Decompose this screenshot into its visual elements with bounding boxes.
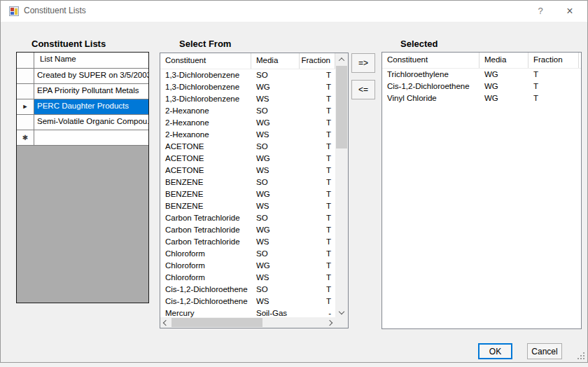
list-item[interactable]: Carbon TetrachlorideSOT [160, 212, 335, 224]
resize-grip[interactable] [576, 351, 585, 360]
new-row-cell[interactable] [34, 130, 148, 145]
cell: Chloroform [160, 260, 251, 272]
cell: SO [251, 248, 300, 260]
list-name-cell[interactable]: EPA Priority Pollutant Metals [34, 84, 148, 99]
cell: T [300, 248, 335, 260]
current-row-marker-icon[interactable]: ► [17, 99, 34, 114]
list-item[interactable]: BENZENEWST [160, 200, 335, 212]
cell: T [528, 92, 579, 104]
list-item[interactable]: TrichloroethyleneWGT [382, 69, 581, 81]
cell: T [300, 141, 335, 153]
cell: Mercury [160, 307, 251, 317]
column-header-fraction[interactable]: Fraction [528, 53, 579, 68]
scroll-left-icon[interactable] [160, 317, 172, 328]
cell: WG [251, 81, 300, 93]
grid-row[interactable]: Semi-Volatile Organic Compou... [17, 115, 148, 130]
list-item[interactable]: Cis-1,2-DichloroetheneWGT [382, 81, 581, 92]
list-item[interactable]: Carbon TetrachlorideWST [160, 236, 335, 248]
column-header-fraction[interactable]: Fraction [300, 53, 335, 69]
listview-header: Constituent Media Fraction [160, 53, 335, 69]
listview-rows: 1,3-DichlorobenzeneSOT1,3-Dichlorobenzen… [160, 69, 335, 317]
cell: WG [479, 92, 528, 104]
list-item[interactable]: Carbon TetrachlorideWGT [160, 224, 335, 236]
list-name-cell[interactable]: PERC Daughter Products [34, 99, 148, 114]
scroll-right-icon[interactable] [324, 317, 335, 328]
cell: Cis-1,2-Dichloroethene [382, 81, 479, 92]
cell: T [300, 188, 335, 200]
move-to-available-button[interactable]: <= [351, 80, 375, 99]
cell: Chloroform [160, 248, 251, 260]
grid-row[interactable]: Created by SUPER on 3/5/2003 [17, 69, 148, 84]
list-item[interactable]: 1,3-DichlorobenzeneWGT [160, 81, 335, 93]
cell: T [300, 236, 335, 248]
constituent-lists-dialog: Constituent Lists ? × Constituent Lists … [0, 0, 588, 363]
vertical-scroll-thumb[interactable] [336, 66, 347, 148]
cell: T [300, 224, 335, 236]
horizontal-scroll-thumb[interactable] [172, 318, 262, 327]
ok-button[interactable]: OK [478, 343, 512, 359]
cell: Vinyl Chloride [382, 92, 479, 104]
scroll-down-icon[interactable] [335, 305, 348, 317]
cell: T [300, 129, 335, 141]
scroll-up-icon[interactable] [335, 53, 348, 65]
grid-new-row[interactable]: ✱ [17, 130, 148, 146]
title-bar[interactable]: Constituent Lists ? × [1, 1, 587, 22]
list-item[interactable]: ChloroformSOT [160, 248, 335, 260]
cell: T [300, 200, 335, 212]
cell: 1,3-Dichlorobenzene [160, 69, 251, 81]
list-item[interactable]: 1,3-DichlorobenzeneWST [160, 93, 335, 105]
horizontal-scrollbar[interactable] [160, 317, 335, 328]
cell: Chloroform [160, 272, 251, 284]
cell: T [300, 117, 335, 129]
grid-row[interactable]: EPA Priority Pollutant Metals [17, 84, 148, 99]
cell: Cis-1,2-Dichloroethene [160, 296, 251, 307]
move-to-selected-button[interactable]: => [351, 53, 375, 73]
cell: SO [251, 284, 300, 296]
close-icon[interactable]: × [558, 1, 582, 22]
list-item[interactable]: ACETONEWGT [160, 153, 335, 165]
column-header-media[interactable]: Media [251, 53, 300, 69]
list-item[interactable]: ChloroformWGT [160, 260, 335, 272]
cancel-button[interactable]: Cancel [527, 343, 562, 359]
list-item[interactable]: ACETONEWST [160, 165, 335, 176]
list-item[interactable]: 2-HexanoneSOT [160, 105, 335, 117]
listview-rows: TrichloroethyleneWGTCis-1,2-Dichloroethe… [382, 69, 581, 328]
list-item[interactable]: Vinyl ChlorideWGT [382, 92, 581, 104]
cell: 1,3-Dichlorobenzene [160, 93, 251, 105]
list-item[interactable]: Cis-1,2-DichloroetheneWST [160, 296, 335, 307]
list-item[interactable]: ChloroformWST [160, 272, 335, 284]
row-header-cell[interactable] [17, 69, 34, 83]
list-item[interactable]: 2-HexanoneWST [160, 129, 335, 141]
list-item[interactable]: Cis-1,2-DichloroetheneSOT [160, 284, 335, 296]
vertical-scrollbar[interactable] [335, 53, 348, 317]
column-header-media[interactable]: Media [479, 53, 528, 68]
list-name-column-header[interactable]: List Name [34, 53, 148, 68]
cell: ACETONE [160, 165, 251, 176]
cell: T [528, 81, 579, 92]
cell: BENZENE [160, 176, 251, 188]
list-item[interactable]: MercurySoil-Gas- [160, 307, 335, 317]
cell: T [300, 212, 335, 224]
cell: T [300, 153, 335, 165]
cell: WS [251, 200, 300, 212]
column-header-constituent[interactable]: Constituent [382, 53, 479, 68]
list-name-cell[interactable]: Semi-Volatile Organic Compou... [34, 115, 148, 130]
column-header-constituent[interactable]: Constituent [160, 53, 251, 69]
list-item[interactable]: BENZENEWGT [160, 188, 335, 200]
selected-listview: Constituent Media Fraction Trichloroethy… [382, 52, 582, 329]
cell: Carbon Tetrachloride [160, 212, 251, 224]
list-item[interactable]: BENZENESOT [160, 176, 335, 188]
select-from-section-title: Select From [179, 39, 231, 49]
list-name-cell[interactable]: Created by SUPER on 3/5/2003 [34, 69, 148, 83]
row-header-cell[interactable] [17, 84, 34, 99]
cell: Soil-Gas [251, 307, 300, 317]
list-item[interactable]: 2-HexanoneWGT [160, 117, 335, 129]
list-item[interactable]: 1,3-DichlorobenzeneSOT [160, 69, 335, 81]
cell: T [528, 69, 579, 81]
new-row-marker-icon: ✱ [17, 130, 34, 145]
cell: T [300, 105, 335, 117]
help-button[interactable]: ? [528, 1, 552, 22]
grid-row[interactable]: ►PERC Daughter Products [17, 99, 148, 115]
list-item[interactable]: ACETONESOT [160, 141, 335, 153]
row-header-cell[interactable] [17, 115, 34, 130]
